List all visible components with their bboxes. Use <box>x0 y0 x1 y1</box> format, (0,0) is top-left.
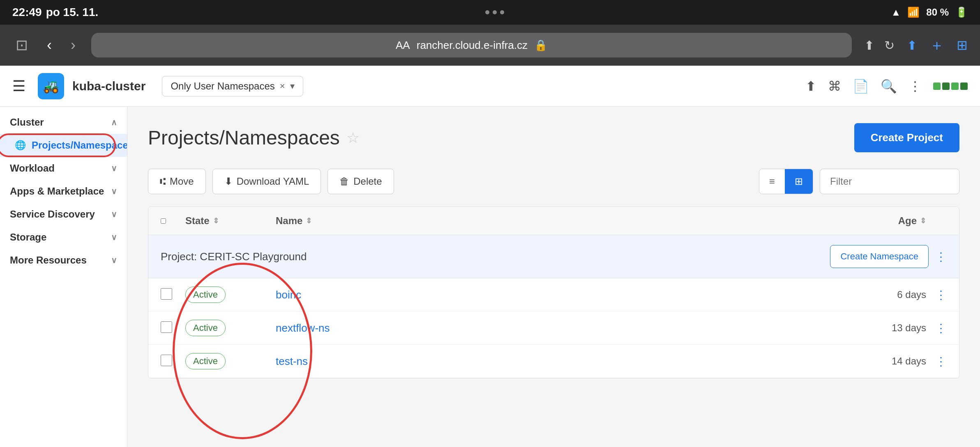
sidebar-cluster-group[interactable]: Cluster ∧ <box>0 111 127 134</box>
row-2-actions-cell: ⋮ <box>926 321 947 335</box>
col-header-state[interactable]: State ⇕ <box>185 215 276 227</box>
namespace-link[interactable]: boinc <box>276 289 301 301</box>
more-resources-label: More Resources <box>10 254 87 266</box>
delete-label: Delete <box>353 176 382 187</box>
service-discovery-label: Service Discovery <box>10 209 95 220</box>
row-more-icon[interactable]: ⋮ <box>935 355 947 368</box>
browser-action-buttons: ⬆ ↻ <box>864 38 895 53</box>
add-tab-button[interactable]: ＋ <box>929 35 944 55</box>
address-text: rancher.cloud.e-infra.cz <box>417 39 528 52</box>
file-icon[interactable]: 📄 <box>853 78 869 94</box>
forward-button[interactable]: › <box>67 33 79 57</box>
refresh-icon[interactable]: ↻ <box>884 38 895 53</box>
hamburger-menu[interactable]: ☰ <box>12 78 25 95</box>
move-icon: ⑆ <box>160 176 166 187</box>
filter-input[interactable] <box>820 169 959 194</box>
status-icons: ▲ 📶 80 % 🔋 <box>891 7 968 18</box>
grid-view-icon: ⊞ <box>795 176 803 187</box>
back-button[interactable]: ‹ <box>44 33 55 57</box>
row-2-checkbox-cell <box>161 321 185 335</box>
create-project-button[interactable]: Create Project <box>854 123 959 152</box>
row-3-checkbox-cell <box>161 355 185 368</box>
toolbar: ⑆ Move ⬇ Download YAML 🗑 Delete ≡ ⊞ <box>148 169 959 194</box>
cluster-group-label: Cluster <box>10 117 44 128</box>
namespace-link[interactable]: nextflow-ns <box>276 322 330 334</box>
list-view-button[interactable]: ≡ <box>759 169 785 194</box>
sidebar-item-projects-namespaces[interactable]: 🌐 Projects/Namespaces <box>0 134 127 157</box>
namespaces-table: State ⇕ Name ⇕ Age ⇕ Project: CERIT-SC P… <box>148 206 959 378</box>
row-3-actions-cell: ⋮ <box>926 355 947 368</box>
grid-view-button[interactable]: ⊞ <box>785 169 813 194</box>
workload-chevron: ∨ <box>111 163 117 173</box>
page-header: Projects/Namespaces ☆ Create Project <box>148 123 959 152</box>
workload-label: Workload <box>10 163 55 174</box>
dot-3 <box>500 10 504 14</box>
row-3-checkbox[interactable] <box>161 355 172 366</box>
sidebar-toggle-btn[interactable]: ⊡ <box>12 33 31 57</box>
share-button[interactable]: ⬆ <box>907 38 917 53</box>
delete-button[interactable]: 🗑 Delete <box>327 169 394 194</box>
download-label: Download YAML <box>237 176 309 187</box>
status-bar: 22:49 po 15. 11. ▲ 📶 80 % 🔋 <box>0 0 980 25</box>
state-sort-icon: ⇕ <box>213 216 219 225</box>
create-namespace-button[interactable]: Create Namespace <box>830 245 929 268</box>
state-col-label: State <box>185 215 210 227</box>
sidebar-item-label: Projects/Namespaces <box>32 140 127 151</box>
sidebar-more-resources-group[interactable]: More Resources ∨ <box>0 249 127 272</box>
main-layout: Cluster ∧ 🌐 Projects/Namespaces Workload… <box>0 107 980 447</box>
dot-1 <box>485 10 489 14</box>
download-yaml-button[interactable]: ⬇ Download YAML <box>212 169 321 194</box>
address-bar[interactable]: AA rancher.cloud.e-infra.cz 🔒 <box>91 33 852 57</box>
download-icon: ⬇ <box>224 176 233 187</box>
sidebar-apps-marketplace-group[interactable]: Apps & Marketplace ∨ <box>0 180 127 203</box>
list-view-icon: ≡ <box>769 176 775 187</box>
sidebar-storage-group[interactable]: Storage ∨ <box>0 226 127 249</box>
move-button[interactable]: ⑆ Move <box>148 169 206 194</box>
namespace-link[interactable]: test-ns <box>276 355 308 367</box>
wifi-icon: 📶 <box>907 7 920 18</box>
row-1-checkbox[interactable] <box>161 288 172 300</box>
row-3-name-cell: test-ns <box>276 355 860 368</box>
battery-percent: 80 % <box>926 7 949 18</box>
project-more-icon[interactable]: ⋮ <box>935 250 947 264</box>
table-row: Active test-ns 14 days ⋮ <box>148 345 959 378</box>
rancher-logo <box>933 83 968 90</box>
apps-marketplace-chevron: ∨ <box>111 186 117 196</box>
row-2-state-cell: Active <box>185 320 276 336</box>
favorite-star-icon[interactable]: ☆ <box>346 129 360 147</box>
upload-icon[interactable]: ⬆ <box>864 38 874 53</box>
filter-remove-icon[interactable]: × <box>280 81 285 92</box>
row-2-checkbox[interactable] <box>161 321 172 333</box>
project-group-actions: Create Namespace ⋮ <box>830 245 947 268</box>
age-value: 14 days <box>892 355 926 367</box>
header-actions: ⬆ ⌘ 📄 🔍 ⋮ <box>805 78 968 94</box>
age-value: 13 days <box>892 322 926 333</box>
row-1-state-cell: Active <box>185 287 276 303</box>
service-discovery-chevron: ∨ <box>111 209 117 219</box>
row-3-age-cell: 14 days <box>860 355 926 367</box>
row-2-age-cell: 13 days <box>860 322 926 334</box>
cluster-icon: 🚜 <box>38 73 64 99</box>
logo-block-2 <box>942 83 950 90</box>
name-col-label: Name <box>276 215 302 227</box>
age-value: 6 days <box>897 289 926 300</box>
row-more-icon[interactable]: ⋮ <box>935 289 947 301</box>
upload-icon[interactable]: ⬆ <box>805 78 816 94</box>
main-content: Projects/Namespaces ☆ Create Project ⑆ M… <box>127 107 980 447</box>
table-row: Active boinc 6 days ⋮ <box>148 278 959 312</box>
col-header-age[interactable]: Age ⇕ <box>860 215 926 227</box>
logo-block-4 <box>960 83 968 90</box>
search-icon[interactable]: 🔍 <box>881 78 897 94</box>
more-options-icon[interactable]: ⋮ <box>909 78 922 94</box>
tabs-button[interactable]: ⊞ <box>957 37 968 53</box>
row-1-checkbox-cell <box>161 288 185 301</box>
namespace-filter-dropdown[interactable]: Only User Namespaces × ▾ <box>162 76 303 96</box>
select-all-checkbox[interactable] <box>161 218 166 224</box>
col-header-select <box>161 218 185 224</box>
col-header-name[interactable]: Name ⇕ <box>276 215 860 227</box>
sidebar-workload-group[interactable]: Workload ∨ <box>0 157 127 180</box>
trash-icon: 🗑 <box>339 176 349 187</box>
row-more-icon[interactable]: ⋮ <box>935 322 947 335</box>
terminal-icon[interactable]: ⌘ <box>828 78 841 94</box>
sidebar-service-discovery-group[interactable]: Service Discovery ∨ <box>0 203 127 226</box>
